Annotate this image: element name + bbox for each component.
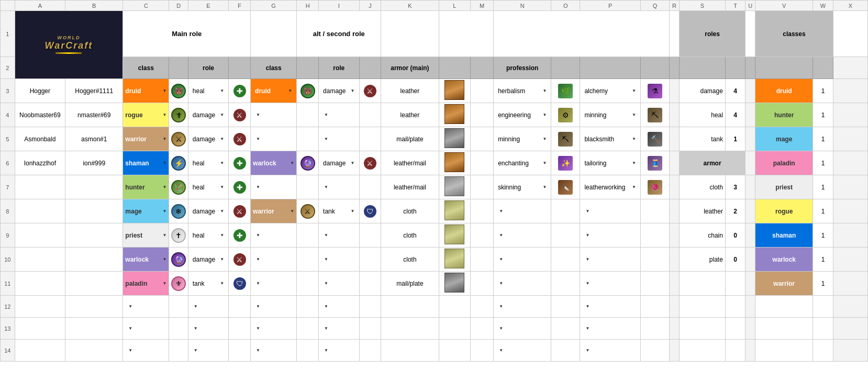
cell-class1-10[interactable]: warlock ▼ xyxy=(123,248,169,272)
role2-btn-6[interactable]: ⚔ xyxy=(364,157,376,170)
cell-13-p2[interactable]: ▼ xyxy=(580,318,641,340)
cell-prof1-6[interactable]: enchanting ▼ xyxy=(494,151,551,175)
cell-prof2-6[interactable]: tailoring ▼ xyxy=(580,151,641,175)
cell-prof2-5[interactable]: blacksmith ▼ xyxy=(580,127,641,151)
role1-btn-9[interactable]: ✚ xyxy=(233,229,246,242)
cell-prof2-11[interactable]: ▼ xyxy=(580,272,641,296)
cell-role1-icon-5[interactable]: ⚔ xyxy=(229,127,251,151)
cell-role1-4[interactable]: damage ▼ xyxy=(188,103,228,127)
cell-class2-5[interactable]: ▼ xyxy=(251,127,297,151)
cell-class2-7[interactable]: ▼ xyxy=(251,175,297,199)
cell-14-r1[interactable]: ▼ xyxy=(188,340,228,362)
role1-btn-3[interactable]: ✚ xyxy=(233,85,246,97)
cell-class1-5[interactable]: warrior ▼ xyxy=(123,127,169,151)
role1-btn-6[interactable]: ✚ xyxy=(233,157,246,170)
cell-prof2-7[interactable]: leatherworking ▼ xyxy=(580,175,641,199)
cell-13-p1[interactable]: ▼ xyxy=(494,318,551,340)
cell-prof1-3[interactable]: herbalism ▼ xyxy=(494,79,551,103)
cell-role2-icon-3[interactable]: ⚔ xyxy=(359,79,381,103)
cell-13-r2[interactable]: ▼ xyxy=(319,318,359,340)
role1-btn-7[interactable]: ✚ xyxy=(233,181,246,194)
cell-role1-6[interactable]: heal ▼ xyxy=(188,151,228,175)
cell-role1-icon-11[interactable]: 🛡 xyxy=(229,272,251,296)
cell-prof2-4[interactable]: minning ▼ xyxy=(580,103,641,127)
cell-class1-3[interactable]: druid ▼ xyxy=(123,79,169,103)
cell-class2-11[interactable]: ▼ xyxy=(251,272,297,296)
cell-12-p2[interactable]: ▼ xyxy=(580,296,641,318)
cell-class1-4[interactable]: rogue ▼ xyxy=(123,103,169,127)
cell-13-r1[interactable]: ▼ xyxy=(188,318,228,340)
cell-prof2-9[interactable]: ▼ xyxy=(580,223,641,248)
cell-12-c2[interactable]: ▼ xyxy=(251,296,297,318)
cell-prof1-10[interactable]: ▼ xyxy=(494,248,551,272)
role1-dropdown-3[interactable]: ▼ xyxy=(220,88,224,93)
cell-role1-icon-9[interactable]: ✚ xyxy=(229,223,251,248)
cell-role1-10[interactable]: damage ▼ xyxy=(188,248,228,272)
cell-role1-icon-6[interactable]: ✚ xyxy=(229,151,251,175)
role1-btn-4[interactable]: ⚔ xyxy=(233,109,246,121)
cell-role1-8[interactable]: damage ▼ xyxy=(188,199,228,223)
role1-btn-8[interactable]: ⚔ xyxy=(233,205,246,218)
role1-btn-5[interactable]: ⚔ xyxy=(233,133,246,145)
cell-prof1-9[interactable]: ▼ xyxy=(494,223,551,248)
cell-14-c1[interactable]: ▼ xyxy=(123,340,169,362)
cell-role1-icon-7[interactable]: ✚ xyxy=(229,175,251,199)
cell-prof2-3[interactable]: alchemy ▼ xyxy=(580,79,641,103)
cell-class1-11[interactable]: paladin ▼ xyxy=(123,272,169,296)
cell-prof1-5[interactable]: minning ▼ xyxy=(494,127,551,151)
spreadsheet-container[interactable]: A B C D E F G H I J K L M N O P Q R S T … xyxy=(0,0,868,362)
cell-13-c2[interactable]: ▼ xyxy=(251,318,297,340)
cell-class2-9[interactable]: ▼ xyxy=(251,223,297,248)
cell-role2-icon-6[interactable]: ⚔ xyxy=(359,151,381,175)
cell-14-p2[interactable]: ▼ xyxy=(580,340,641,362)
role2-btn-3[interactable]: ⚔ xyxy=(364,85,376,97)
cell-role2-4[interactable]: ▼ xyxy=(319,103,359,127)
cell-prof1-11[interactable]: ▼ xyxy=(494,272,551,296)
cell-prof2-10[interactable]: ▼ xyxy=(580,248,641,272)
cell-13-c1[interactable]: ▼ xyxy=(123,318,169,340)
cell-12-r2[interactable]: ▼ xyxy=(319,296,359,318)
cell-role1-icon-4[interactable]: ⚔ xyxy=(229,103,251,127)
cell-prof1-4[interactable]: engineering ▼ xyxy=(494,103,551,127)
cell-role2-3[interactable]: damage ▼ xyxy=(319,79,359,103)
cell-role1-icon-10[interactable]: ⚔ xyxy=(229,248,251,272)
cell-prof1-7[interactable]: skinning ▼ xyxy=(494,175,551,199)
role2-dropdown-3[interactable]: ▼ xyxy=(351,88,355,93)
cell-12-r1[interactable]: ▼ xyxy=(188,296,228,318)
cell-role2-7[interactable]: ▼ xyxy=(319,175,359,199)
cell-14-p1[interactable]: ▼ xyxy=(494,340,551,362)
cell-prof1-8[interactable]: ▼ xyxy=(494,199,551,223)
cell-role1-11[interactable]: tank ▼ xyxy=(188,272,228,296)
cell-class2-10[interactable]: ▼ xyxy=(251,248,297,272)
cell-role2-11[interactable]: ▼ xyxy=(319,272,359,296)
cell-role2-icon-8[interactable]: 🛡 xyxy=(359,199,381,223)
cell-role2-5[interactable]: ▼ xyxy=(319,127,359,151)
role2-btn-8[interactable]: 🛡 xyxy=(364,205,376,218)
cell-role1-9[interactable]: heal ▼ xyxy=(188,223,228,248)
cell-class2-8[interactable]: warrior ▼ xyxy=(251,199,297,223)
class2-dropdown-3[interactable]: ▼ xyxy=(288,88,292,93)
cell-class1-7[interactable]: hunter ▼ xyxy=(123,175,169,199)
cell-role1-icon-3[interactable]: ✚ xyxy=(229,79,251,103)
cell-role2-8[interactable]: tank ▼ xyxy=(319,199,359,223)
cell-role1-7[interactable]: heal ▼ xyxy=(188,175,228,199)
cell-14-c2[interactable]: ▼ xyxy=(251,340,297,362)
class1-dropdown-3[interactable]: ▼ xyxy=(163,88,167,93)
cell-role1-5[interactable]: damage ▼ xyxy=(188,127,228,151)
cell-role1-icon-8[interactable]: ⚔ xyxy=(229,199,251,223)
cell-role1-3[interactable]: heal ▼ xyxy=(188,79,228,103)
role1-btn-10[interactable]: ⚔ xyxy=(233,253,246,266)
cell-class2-6[interactable]: warlock ▼ xyxy=(251,151,297,175)
cell-role2-9[interactable]: ▼ xyxy=(319,223,359,248)
cell-class1-6[interactable]: shaman ▼ xyxy=(123,151,169,175)
cell-12-c1[interactable]: ▼ xyxy=(123,296,169,318)
cell-class1-9[interactable]: priest ▼ xyxy=(123,223,169,248)
cell-12-p1[interactable]: ▼ xyxy=(494,296,551,318)
cell-prof2-8[interactable]: ▼ xyxy=(580,199,641,223)
cell-role2-10[interactable]: ▼ xyxy=(319,248,359,272)
class1-dropdown-4[interactable]: ▼ xyxy=(163,113,167,117)
cell-class1-8[interactable]: mage ▼ xyxy=(123,199,169,223)
cell-role2-6[interactable]: damage ▼ xyxy=(319,151,359,175)
cell-class2-3[interactable]: druid ▼ xyxy=(251,79,297,103)
cell-14-r2[interactable]: ▼ xyxy=(319,340,359,362)
